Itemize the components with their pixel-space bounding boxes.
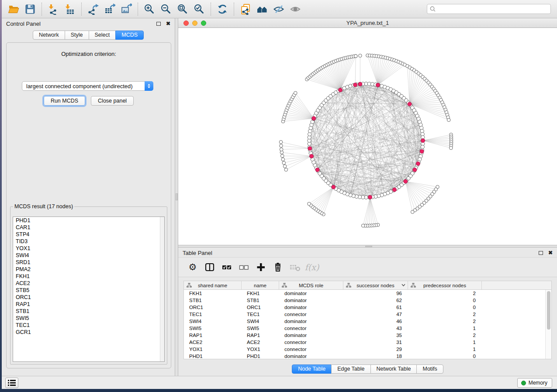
table-cell[interactable]: RAP1 [184, 332, 242, 339]
delete-row-button[interactable] [271, 260, 284, 274]
import-table-button[interactable] [62, 1, 78, 17]
tab-motifs[interactable]: Motifs [416, 364, 443, 374]
criterion-select[interactable]: largest connected component (undirected) [22, 81, 153, 91]
network-leaf-node[interactable] [280, 144, 283, 148]
mcds-result-item[interactable]: GCR1 [13, 329, 164, 336]
table-cell[interactable]: PHD1 [184, 353, 242, 360]
save-session-button[interactable] [22, 1, 38, 17]
network-leaf-node[interactable] [280, 154, 284, 158]
table-cell[interactable]: dominator [279, 304, 343, 311]
table-cell[interactable]: 2 [408, 290, 482, 297]
table-cell[interactable]: YOX1 [242, 346, 279, 353]
table-cell[interactable]: dominator [279, 332, 343, 339]
table-cell[interactable]: 2 [408, 332, 482, 339]
export-image-button[interactable] [118, 1, 135, 17]
mcds-result-item[interactable]: ORC1 [13, 294, 164, 301]
table-cell[interactable]: FKH1 [184, 290, 242, 297]
vertical-splitter-grip[interactable] [176, 193, 178, 200]
table-row[interactable]: STB1STB1dominator620 [184, 297, 551, 304]
mcds-result-item[interactable]: TID3 [13, 238, 164, 245]
mcds-result-item[interactable]: STB1 [13, 308, 164, 315]
table-cell[interactable]: 31 [343, 339, 408, 346]
search-input[interactable] [437, 6, 548, 12]
mcds-hub-node[interactable] [368, 195, 372, 199]
mcds-result-item[interactable]: TEC1 [13, 322, 164, 329]
mcds-hub-node[interactable] [358, 82, 362, 86]
zoom-selected-button[interactable] [191, 1, 208, 17]
mcds-result-item[interactable]: STB5 [13, 287, 164, 294]
table-cell[interactable]: dominator [279, 297, 343, 304]
table-row[interactable]: SWI5SWI5connector431 [184, 325, 551, 332]
hide-graphics-details-button[interactable] [270, 1, 287, 17]
column-header-predecessor-nodes[interactable]: predecessor nodes [408, 281, 482, 289]
zoom-in-button[interactable] [141, 1, 158, 17]
table-cell[interactable]: RAP1 [242, 332, 279, 339]
table-cell[interactable]: 43 [343, 325, 408, 332]
network-leaf-node[interactable] [294, 91, 298, 95]
table-cell[interactable]: ACE2 [242, 339, 279, 346]
table-cell[interactable]: 2 [408, 311, 482, 318]
network-leaf-node[interactable] [283, 165, 287, 168]
mcds-result-item[interactable]: SRD1 [13, 259, 164, 266]
tab-style[interactable]: Style [65, 31, 89, 40]
table-cell[interactable]: SWI5 [184, 325, 242, 332]
table-cell[interactable]: 1 [408, 346, 482, 353]
table-cell[interactable]: SWI5 [242, 325, 279, 332]
close-panel-icon[interactable]: ✖ [166, 21, 170, 26]
mcds-result-item[interactable]: STP4 [13, 231, 164, 238]
run-mcds-button[interactable]: Run MCDS [44, 96, 85, 106]
table-row[interactable]: ORC1ORC1dominator610 [184, 304, 551, 311]
network-leaf-node[interactable] [281, 158, 285, 161]
close-panel-button[interactable]: Close panel [91, 96, 134, 106]
network-leaf-node[interactable] [450, 146, 453, 150]
table-cell[interactable]: 1 [408, 325, 482, 332]
mcds-result-item[interactable]: SWI5 [13, 315, 164, 322]
mcds-result-item[interactable]: CAR1 [13, 224, 164, 231]
float-panel-icon[interactable] [156, 22, 161, 26]
network-leaf-node[interactable] [279, 141, 283, 144]
maximize-window-icon[interactable] [201, 21, 206, 26]
mcds-hub-node[interactable] [353, 83, 357, 87]
settings-button[interactable]: ⚙ [186, 260, 199, 274]
table-cell[interactable]: connector [279, 311, 343, 318]
table-cell[interactable]: TEC1 [184, 311, 242, 318]
mcds-hub-node[interactable] [416, 162, 420, 165]
table-cell[interactable]: SWI4 [242, 318, 279, 325]
mcds-hub-node[interactable] [339, 88, 343, 92]
network-leaf-node[interactable] [447, 118, 450, 122]
panel-toggle-button[interactable] [5, 378, 18, 388]
table-row[interactable]: RAP1RAP1dominator352 [184, 332, 551, 339]
column-header-shared-name[interactable]: shared name [184, 281, 242, 289]
column-header-MCDS-role[interactable]: MCDS role [279, 281, 343, 289]
import-network-button[interactable] [45, 1, 62, 17]
table-row[interactable]: YOX1YOX1connector291 [184, 346, 551, 353]
mcds-hub-node[interactable] [376, 83, 380, 87]
table-cell[interactable]: STB1 [184, 297, 242, 304]
table-cell[interactable]: 29 [343, 346, 408, 353]
table-cell[interactable]: YOX1 [184, 346, 242, 353]
tab-network[interactable]: Network [33, 31, 65, 40]
column-chooser-button[interactable] [203, 260, 216, 274]
table-cell[interactable]: SWI4 [184, 318, 242, 325]
memory-button[interactable]: Memory [517, 378, 552, 388]
network-leaf-node[interactable] [284, 168, 288, 172]
tab-node-table[interactable]: Node Table [292, 364, 332, 374]
column-header-name[interactable]: name [242, 281, 279, 289]
table-cell[interactable]: 0 [408, 353, 482, 360]
close-table-panel-icon[interactable]: ✖ [548, 251, 553, 255]
network-leaf-node[interactable] [411, 210, 414, 214]
horizontal-splitter-grip[interactable] [365, 246, 372, 247]
table-row[interactable]: PHD1PHD1dominator180 [184, 353, 551, 360]
table-cell[interactable]: 18 [343, 353, 408, 360]
network-leaf-node[interactable] [308, 202, 311, 206]
tab-select[interactable]: Select [89, 31, 116, 40]
table-cell[interactable]: 96 [343, 290, 408, 297]
mcds-hub-node[interactable] [421, 139, 425, 143]
mcds-result-list[interactable]: PHD1CAR1STP4TID3YOX1SWI4SRD1PMA2FKH1ACE2… [13, 217, 165, 362]
mcds-hub-node[interactable] [413, 168, 417, 172]
table-row[interactable]: TEC1TEC1connector472 [184, 311, 551, 318]
mcds-hub-node[interactable] [332, 185, 336, 189]
export-network-button[interactable] [85, 1, 101, 17]
select-all-button[interactable] [220, 260, 233, 274]
table-cell[interactable]: ACE2 [184, 339, 242, 346]
